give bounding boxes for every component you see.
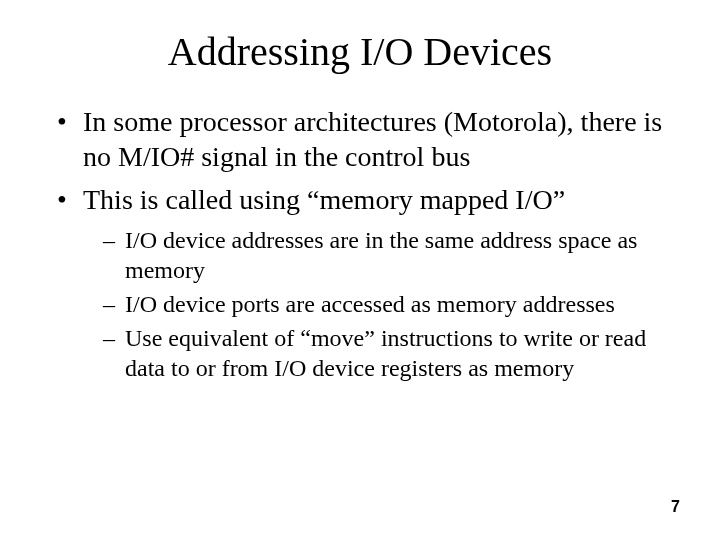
- bullet-text: This is called using “memory mapped I/O”: [83, 184, 565, 215]
- bullet-item: In some processor architectures (Motorol…: [55, 104, 665, 174]
- sub-bullet-item: I/O device addresses are in the same add…: [103, 225, 665, 285]
- bullet-text: In some processor architectures (Motorol…: [83, 106, 662, 172]
- sub-bullet-item: I/O device ports are accessed as memory …: [103, 289, 665, 319]
- sub-bullet-item: Use equivalent of “move” instructions to…: [103, 323, 665, 383]
- page-number: 7: [671, 498, 680, 516]
- sub-bullet-list: I/O device addresses are in the same add…: [83, 225, 665, 383]
- sub-bullet-text: I/O device addresses are in the same add…: [125, 227, 637, 283]
- bullet-list: In some processor architectures (Motorol…: [55, 104, 665, 383]
- slide: Addressing I/O Devices In some processor…: [0, 0, 720, 540]
- sub-bullet-text: Use equivalent of “move” instructions to…: [125, 325, 646, 381]
- sub-bullet-text: I/O device ports are accessed as memory …: [125, 291, 615, 317]
- slide-title: Addressing I/O Devices: [55, 30, 665, 74]
- bullet-item: This is called using “memory mapped I/O”…: [55, 182, 665, 383]
